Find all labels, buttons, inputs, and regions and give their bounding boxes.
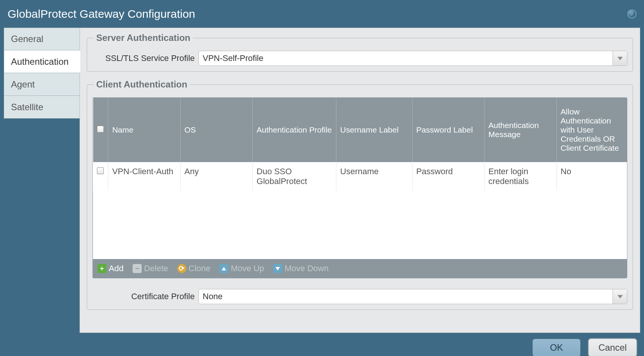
titlebar: GlobalProtect Gateway Configuration ?: [0, 0, 644, 28]
table-empty-space: [93, 191, 627, 259]
cert-profile-dropdown-icon[interactable]: [613, 289, 627, 304]
tab-satellite[interactable]: Satellite: [4, 96, 80, 119]
clone-button[interactable]: ⟳ Clone: [177, 264, 210, 273]
th-select-all[interactable]: [93, 98, 108, 162]
move-down-label: Move Down: [284, 264, 328, 273]
th-os[interactable]: OS: [180, 98, 253, 162]
tab-agent-label: Agent: [11, 79, 35, 90]
row-checkbox-icon[interactable]: [97, 167, 104, 174]
ssl-profile-value: VPN-Self-Profile: [199, 51, 613, 66]
table-row[interactable]: VPN-Client-Auth Any Duo SSO GlobalProtec…: [93, 162, 627, 191]
arrow-up-icon: [219, 264, 228, 273]
tab-authentication[interactable]: Authentication: [4, 50, 80, 73]
dialog: GlobalProtect Gateway Configuration ? Ge…: [0, 0, 644, 356]
help-icon[interactable]: ?: [627, 9, 636, 19]
client-auth-grid: Name OS Authentication Profile Username …: [92, 97, 627, 278]
cert-profile-combo[interactable]: None: [199, 289, 627, 304]
chevron-down-icon: [617, 57, 623, 60]
delete-button[interactable]: − Delete: [133, 264, 168, 273]
dialog-title: GlobalProtect Gateway Configuration: [8, 8, 195, 20]
arrow-down-icon: [273, 264, 282, 273]
cell-auth-profile: Duo SSO GlobalProtect: [253, 162, 336, 191]
grid-toolbar: + Add − Delete ⟳ Clone: [93, 259, 627, 278]
add-button[interactable]: + Add: [97, 264, 123, 273]
sidebar: General Authentication Agent Satellite: [4, 28, 80, 333]
add-label: Add: [109, 264, 123, 273]
tab-authentication-label: Authentication: [11, 56, 69, 67]
chevron-down-icon: [617, 295, 623, 298]
cell-password-label: Password: [412, 162, 485, 191]
ssl-profile-combo[interactable]: VPN-Self-Profile: [199, 51, 627, 66]
tab-agent[interactable]: Agent: [4, 73, 80, 96]
tab-satellite-label: Satellite: [11, 102, 43, 112]
cell-name: VPN-Client-Auth: [108, 162, 181, 191]
cancel-label: Cancel: [599, 342, 627, 353]
delete-label: Delete: [144, 264, 168, 273]
move-up-label: Move Up: [231, 264, 264, 273]
server-auth-legend: Server Authentication: [94, 33, 193, 43]
footer: OK Cancel: [0, 333, 644, 356]
cell-auth-message: Enter login credentials: [485, 162, 557, 191]
clone-icon: ⟳: [177, 264, 186, 273]
client-auth-legend: Client Authentication: [94, 79, 189, 90]
ssl-profile-dropdown-icon[interactable]: [613, 51, 627, 66]
move-down-button[interactable]: Move Down: [273, 264, 328, 273]
th-username-label[interactable]: Username Label: [336, 98, 413, 162]
th-password-label[interactable]: Password Label: [412, 98, 485, 162]
client-auth-group: Client Authentication Name OS Authentica…: [87, 79, 633, 310]
table-header-row: Name OS Authentication Profile Username …: [93, 98, 627, 162]
move-up-button[interactable]: Move Up: [219, 264, 264, 273]
ssl-row: SSL/TLS Service Profile VPN-Self-Profile: [92, 51, 627, 66]
client-auth-table: Name OS Authentication Profile Username …: [93, 98, 627, 259]
cell-allow: No: [556, 162, 627, 191]
th-auth-profile[interactable]: Authentication Profile: [253, 98, 336, 162]
checkbox-icon[interactable]: [97, 126, 104, 133]
ok-button[interactable]: OK: [532, 338, 581, 356]
tab-general-label: General: [11, 34, 43, 44]
th-allow[interactable]: Allow Authentication with User Credentia…: [556, 98, 627, 162]
th-auth-message[interactable]: Authentication Message: [485, 98, 557, 162]
plus-icon: +: [97, 264, 106, 273]
main-panel: Server Authentication SSL/TLS Service Pr…: [80, 28, 640, 333]
server-auth-group: Server Authentication SSL/TLS Service Pr…: [87, 33, 633, 72]
cert-profile-value: None: [199, 289, 613, 304]
ok-label: OK: [550, 342, 563, 353]
tab-general[interactable]: General: [4, 28, 80, 50]
cert-profile-label: Certificate Profile: [92, 292, 195, 301]
th-name[interactable]: Name: [108, 98, 181, 162]
ssl-label: SSL/TLS Service Profile: [92, 53, 195, 63]
cell-os: Any: [180, 162, 253, 191]
cell-username-label: Username: [336, 162, 413, 191]
clone-label: Clone: [189, 264, 210, 273]
minus-icon: −: [133, 264, 142, 273]
body: General Authentication Agent Satellite S…: [0, 28, 644, 333]
cert-profile-row: Certificate Profile None: [92, 289, 627, 304]
cancel-button[interactable]: Cancel: [588, 338, 637, 356]
